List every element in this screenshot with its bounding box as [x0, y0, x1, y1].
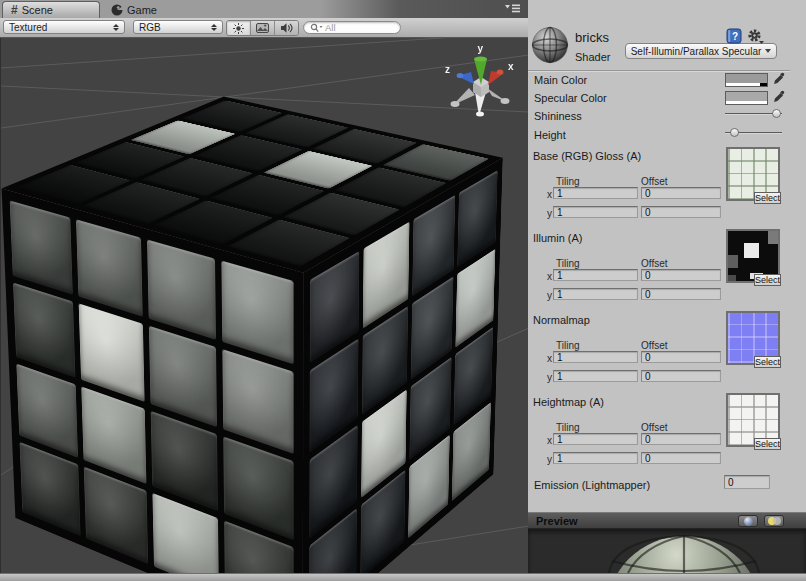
help-icon[interactable]: ?	[726, 28, 742, 44]
preview-sphere	[528, 529, 806, 573]
select-texture-button[interactable]: Select	[754, 192, 781, 204]
shininess-slider[interactable]	[725, 109, 782, 119]
scene-viewport[interactable]: y x z	[0, 38, 528, 573]
tiling-header: Tiling	[556, 340, 580, 351]
cube-tile	[148, 326, 216, 427]
scene-pane-menu-icon[interactable]	[505, 4, 520, 13]
select-texture-button[interactable]: Select	[754, 438, 781, 450]
tiling-x-input[interactable]	[553, 351, 638, 363]
offset-header: Offset	[641, 422, 668, 433]
cube-tile	[222, 349, 294, 453]
tiling-x-input[interactable]	[553, 433, 638, 445]
lights-icon	[768, 517, 781, 525]
offset-y-input[interactable]	[641, 206, 721, 218]
tab-game[interactable]: Game	[103, 1, 179, 18]
texture-thumbnail[interactable]: Select	[726, 229, 780, 283]
window-bottom-strip	[0, 573, 806, 581]
texture-section-heightmap: Heightmap (A) Tiling Offset x y Select	[528, 396, 790, 478]
offset-y-input[interactable]	[641, 370, 721, 382]
unity-game-icon	[111, 4, 123, 16]
updown-arrows-icon	[211, 24, 217, 31]
sphere-icon	[744, 517, 753, 526]
gear-icon[interactable]	[747, 28, 764, 44]
offset-x-input[interactable]	[641, 351, 721, 363]
offset-x-input[interactable]	[641, 187, 721, 199]
main-color-swatch[interactable]	[725, 73, 768, 87]
cube-tile	[221, 261, 293, 365]
scene-tabstrip: # Scene Game	[0, 0, 528, 19]
preview-section: Preview	[528, 512, 806, 573]
height-slider[interactable]	[725, 128, 782, 138]
shader-value: Self-Illumin/Parallax Specular	[631, 46, 762, 57]
shader-dropdown[interactable]: Self-Illumin/Parallax Specular	[625, 43, 777, 59]
cube-tile	[10, 200, 73, 295]
texture-thumbnail[interactable]: Select	[726, 393, 780, 447]
texture-thumbnail[interactable]: Select	[726, 147, 780, 201]
color-mode-dropdown[interactable]: RGB	[133, 20, 223, 34]
lighting-toggle-button[interactable]	[227, 21, 251, 35]
scene-orientation-gizmo[interactable]: y x z	[439, 40, 527, 124]
offset-x-input[interactable]	[641, 269, 721, 281]
select-texture-button[interactable]: Select	[754, 274, 781, 286]
tiling-header: Tiling	[556, 258, 580, 269]
texture-thumbnail[interactable]: Select	[726, 311, 780, 365]
cube-tile	[79, 304, 144, 402]
preview-header[interactable]: Preview	[528, 512, 806, 529]
select-texture-button[interactable]: Select	[754, 356, 781, 368]
section-label: Illumin (A)	[533, 232, 583, 244]
cube-tile	[19, 442, 80, 537]
preview-viewport[interactable]	[528, 529, 806, 573]
cube-tile	[76, 219, 142, 317]
tiling-y-input[interactable]	[553, 370, 638, 382]
eyedropper-icon[interactable]	[772, 89, 786, 104]
updown-arrows-icon	[113, 24, 119, 31]
preview-shape-button[interactable]	[738, 515, 758, 527]
tiling-x-input[interactable]	[553, 269, 638, 281]
scene-toolbar: Textured RGB	[0, 18, 528, 38]
sun-icon	[233, 23, 244, 34]
cube-tile	[13, 283, 76, 378]
image-icon	[256, 23, 269, 33]
slider-knob[interactable]	[772, 109, 781, 118]
tiling-x-input[interactable]	[553, 187, 638, 199]
gizmo-y-label: y	[478, 43, 484, 54]
material-name: bricks	[575, 30, 609, 45]
tiling-y-input[interactable]	[553, 288, 638, 300]
draw-mode-value: Textured	[9, 22, 47, 33]
y-axis-label: y	[547, 290, 552, 301]
offset-header: Offset	[641, 258, 668, 269]
tab-scene[interactable]: # Scene	[2, 1, 100, 18]
draw-mode-dropdown[interactable]: Textured	[3, 20, 125, 34]
scene-view-toggles	[226, 20, 299, 36]
section-label: Base (RGB) Gloss (A)	[533, 150, 641, 162]
preview-lighting-button[interactable]	[764, 515, 784, 527]
skybox-toggle-button[interactable]	[251, 21, 275, 35]
section-label: Normalmap	[533, 314, 590, 326]
search-placeholder: All	[325, 22, 336, 33]
offset-header: Offset	[641, 340, 668, 351]
svg-text:?: ?	[732, 31, 738, 42]
offset-y-input[interactable]	[641, 452, 721, 464]
specular-color-swatch[interactable]	[725, 91, 768, 105]
tiling-y-input[interactable]	[553, 452, 638, 464]
offset-y-input[interactable]	[641, 288, 721, 300]
gizmo-x-label: x	[508, 61, 514, 72]
grid-icon: #	[11, 3, 18, 17]
inspector-panel: i Inspector bricks Shader	[528, 0, 806, 573]
slider-knob[interactable]	[730, 128, 739, 137]
header-divider	[528, 70, 790, 72]
texture-section-base-gloss: Base (RGB) Gloss (A) Tiling Offset x y S…	[528, 150, 790, 232]
offset-x-input[interactable]	[641, 433, 721, 445]
speaker-icon	[280, 22, 293, 34]
tab-scene-label: Scene	[22, 4, 53, 16]
x-axis-label: x	[547, 189, 552, 200]
tiling-y-input[interactable]	[553, 206, 638, 218]
audio-toggle-button[interactable]	[275, 21, 298, 35]
search-icon	[310, 23, 323, 33]
eyedropper-icon[interactable]	[772, 71, 786, 86]
emission-input[interactable]	[724, 475, 770, 489]
section-label: Heightmap (A)	[533, 396, 604, 408]
scene-search-field[interactable]: All	[303, 21, 401, 34]
x-axis-label: x	[547, 271, 552, 282]
offset-header: Offset	[641, 176, 668, 187]
